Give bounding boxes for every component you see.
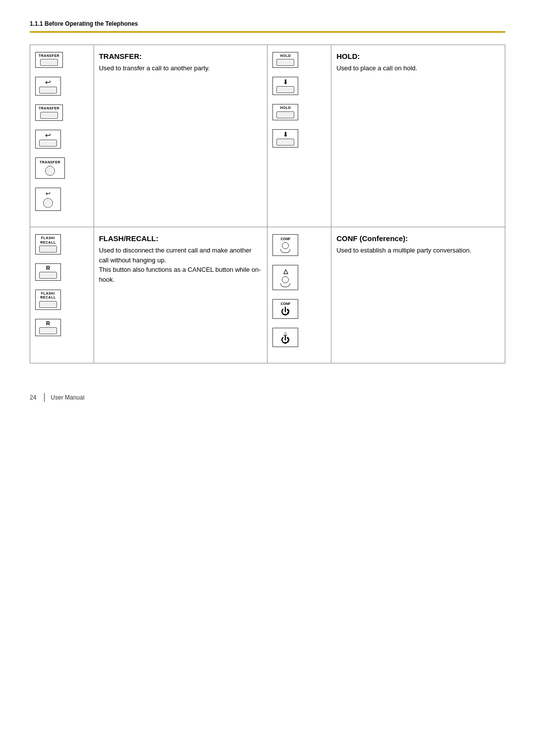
section-title: 1.1.1 Before Operating the Telephones <box>30 20 138 27</box>
conf-power-btn-2: △ ⏻ <box>272 328 298 347</box>
transfer-desc: Used to transfer a call to another party… <box>99 63 263 73</box>
transfer-arrow-round-btn: ↩ <box>35 188 61 211</box>
flash-rect-btn-2: FLASH/RECALL <box>35 290 61 310</box>
main-table: TRANSFER ↩ TRANSFER <box>30 45 505 363</box>
transfer-title: TRANSFER: <box>99 52 263 60</box>
hold-rect-btn-2: HOLD <box>272 104 298 120</box>
hold-desc: Used to place a call on hold. <box>336 63 500 73</box>
transfer-rect-btn-1: TRANSFER <box>35 52 63 68</box>
footer-page: 24 <box>30 394 36 401</box>
footer: 24 User Manual <box>30 393 505 402</box>
hold-desc-col: HOLD: Used to place a call on hold. <box>331 45 505 227</box>
transfer-icons-col: TRANSFER ↩ TRANSFER <box>30 45 94 227</box>
hold-title: HOLD: <box>336 52 500 60</box>
conf-desc: Used to establish a multiple party conve… <box>336 246 500 255</box>
conf-title: CONF (Conference): <box>336 234 500 243</box>
hold-rect-btn-1: HOLD <box>272 52 298 68</box>
transfer-desc-col: TRANSFER: Used to transfer a call to ano… <box>94 45 268 227</box>
section-header: 1.1.1 Before Operating the Telephones <box>30 20 505 33</box>
flash-rect-btn-1: FLASH/RECALL <box>35 234 61 254</box>
hold-icons-col: HOLD ⬇ HOLD <box>268 45 331 227</box>
flash-desc-col: FLASH/RECALL: Used to disconnect the cur… <box>94 227 268 363</box>
flash-icons-col: FLASH/RECALL R FLASH/REC <box>30 227 94 363</box>
transfer-arrow-btn-1: ↩ <box>35 77 61 96</box>
conf-arrow-person-btn-1: △ <box>272 265 298 290</box>
transfer-arrow-btn-2: ↩ <box>35 130 61 149</box>
hold-arrow-btn-2: ⬇ <box>272 129 298 148</box>
conf-icons-col: CONF △ <box>268 227 331 363</box>
r-btn-1: R <box>35 263 61 281</box>
footer-label: User Manual <box>51 394 84 401</box>
gold-divider <box>30 31 505 33</box>
transfer-rect-btn-2: TRANSFER <box>35 104 63 120</box>
footer-divider <box>44 393 45 402</box>
conf-person-btn-1: CONF <box>272 234 298 256</box>
conf-power-btn-1: CONF ⏻ <box>272 299 298 319</box>
hold-arrow-btn-1: ⬇ <box>272 77 298 95</box>
conf-desc-col: CONF (Conference): Used to establish a m… <box>331 227 505 363</box>
transfer-round-btn: TRANSFER <box>35 157 65 179</box>
r-btn-2: R <box>35 319 61 336</box>
flash-desc: Used to disconnect the current call and … <box>99 246 263 284</box>
flash-title: FLASH/RECALL: <box>99 234 263 243</box>
